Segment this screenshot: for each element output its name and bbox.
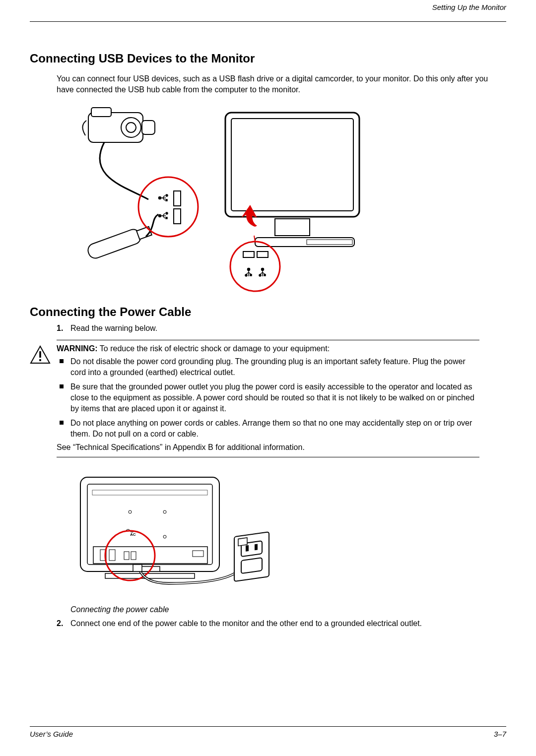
warning-bullet-3: Do not place anything on power cords or … [70,418,479,439]
svg-rect-9 [142,121,155,134]
svg-rect-10 [86,228,143,260]
warning-bullet-1: Do not disable the power cord grounding … [70,356,479,378]
section-heading-power: Connecting the Power Cable [30,305,506,319]
svg-rect-31 [39,359,41,361]
svg-rect-6 [91,108,111,117]
svg-rect-42 [124,552,129,560]
step-2-text: Connect one end of the power cable to th… [70,619,422,628]
step-list: 1.Read the warning below. [57,324,506,333]
section-intro-usb: You can connect four USB devices, such a… [57,73,501,95]
svg-point-12 [138,177,198,237]
svg-rect-1 [231,119,353,211]
footer-left: User’s Guide [30,730,73,738]
svg-rect-51 [246,546,248,551]
svg-point-16 [166,194,168,196]
footer-right: 3–7 [494,730,506,738]
svg-rect-29 [264,274,266,276]
svg-rect-23 [257,252,268,257]
svg-rect-53 [238,538,247,546]
running-head: Setting Up the Monitor [30,3,506,11]
figure-power-cable: AC [70,472,506,601]
svg-rect-44 [193,551,203,557]
step-1-number: 1. [57,324,70,333]
svg-rect-22 [243,252,254,257]
svg-rect-52 [255,545,257,550]
warning-intro-text: To reduce the risk of electric shock or … [98,344,330,353]
svg-rect-20 [166,217,167,219]
svg-point-28 [259,274,261,276]
svg-text:AC: AC [130,532,136,537]
svg-rect-17 [166,199,167,201]
warning-label: WARNING: [57,344,98,353]
warning-bullets: Do not disable the power cord grounding … [57,356,479,439]
step-1: 1.Read the warning below. [57,324,506,333]
svg-rect-41 [109,550,115,561]
svg-point-19 [166,212,168,214]
page-footer: User’s Guide 3–7 [30,726,506,738]
svg-rect-50 [241,558,262,573]
svg-rect-30 [39,351,41,358]
svg-rect-2 [275,219,310,236]
header-rule [30,21,506,22]
svg-rect-14 [174,209,181,224]
svg-point-8 [126,123,136,132]
svg-point-21 [230,242,280,291]
step-2: 2.Connect one end of the power cable to … [57,619,506,628]
svg-rect-43 [131,552,136,560]
warning-bullet-2: Be sure that the grounded power outlet y… [70,381,479,414]
svg-rect-13 [174,191,181,206]
warning-block: WARNING: To reduce the risk of electric … [57,340,479,457]
warning-icon [30,345,51,366]
svg-rect-4 [307,240,352,245]
see-note: See “Technical Specifications” in Append… [57,443,479,452]
figure-caption-power: Connecting the power cable [70,605,506,614]
step-1-text: Read the warning below. [70,324,157,332]
svg-rect-47 [133,565,142,571]
step-2-number: 2. [57,619,70,628]
section-heading-usb: Connecting USB Devices to the Monitor [30,52,506,65]
svg-rect-26 [250,274,252,276]
svg-point-25 [245,274,247,276]
step-list-2: 2.Connect one end of the power cable to … [57,619,506,628]
warning-intro: WARNING: To reduce the risk of electric … [57,344,479,353]
figure-usb-devices [57,103,506,296]
